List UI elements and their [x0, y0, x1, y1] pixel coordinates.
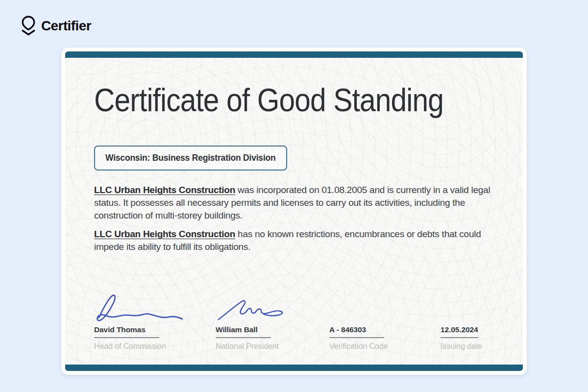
signature-underline [329, 337, 384, 338]
signature-william-ball-icon [216, 298, 284, 325]
signature-underline [94, 337, 159, 338]
signatory-name: David Thomas [94, 325, 146, 334]
paragraph-restrictions: LLC Urban Heights Construction has no kn… [94, 228, 497, 253]
jurisdiction-label: Wisconsin: Business Registration Divisio… [105, 153, 276, 163]
accent-bar-top [65, 51, 523, 58]
verification-code-label: Verification Code [329, 342, 388, 351]
company-name: LLC Urban Heights Construction [94, 185, 235, 195]
signature-underline [216, 337, 271, 338]
paragraph-incorporation: LLC Urban Heights Construction was incor… [94, 184, 497, 221]
brand-logo: Certifier [20, 15, 91, 37]
issuing-date-label: Issuing date [441, 342, 482, 351]
certificate-card: Certificate of Good Standing Wisconsin: … [61, 48, 527, 375]
accent-bar-bottom [65, 365, 523, 371]
signatory-role: National President [216, 342, 279, 351]
company-name: LLC Urban Heights Construction [94, 229, 235, 239]
page-background: { "page": { "background_color": "#e5effc… [0, 0, 588, 392]
certificate-paper: Certificate of Good Standing Wisconsin: … [65, 58, 523, 365]
signatory-role: Head of Commission [94, 342, 166, 351]
signature-row: David Thomas Head of Commission William … [94, 284, 501, 358]
issuing-date-value: 12.05.2024 [441, 325, 478, 334]
signatory-name: William Ball [216, 325, 258, 334]
signature-david-thomas-icon [94, 293, 187, 325]
signature-underline [441, 337, 478, 338]
jurisdiction-box: Wisconsin: Business Registration Divisio… [94, 146, 287, 171]
brand-name: Certifier [41, 18, 91, 34]
verification-code-value: A - 846303 [329, 325, 366, 334]
certificate-title: Certificate of Good Standing [94, 81, 443, 119]
certifier-badge-icon [20, 15, 37, 37]
